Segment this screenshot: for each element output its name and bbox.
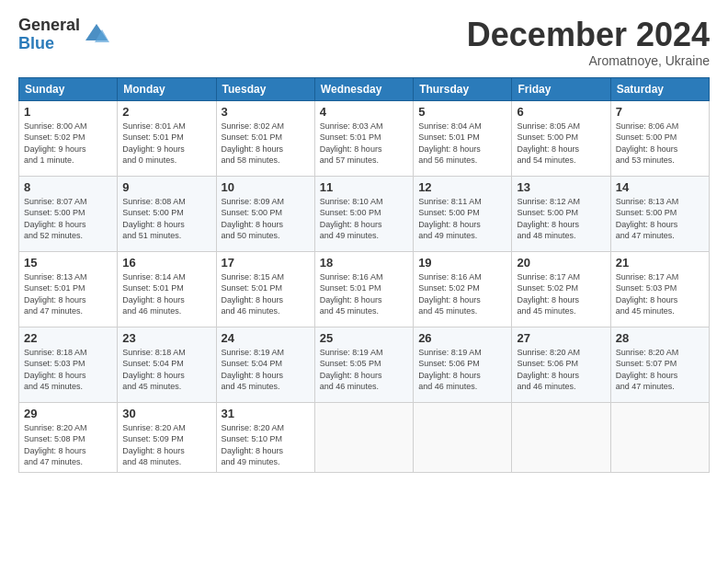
day-number: 23 (122, 331, 210, 345)
table-row: 12Sunrise: 8:11 AM Sunset: 5:00 PM Dayli… (414, 176, 512, 251)
day-info: Sunrise: 8:02 AM Sunset: 5:01 PM Dayligh… (222, 121, 310, 167)
day-number: 4 (320, 105, 408, 119)
day-number: 20 (517, 256, 605, 270)
day-info: Sunrise: 8:16 AM Sunset: 5:02 PM Dayligh… (418, 271, 506, 317)
day-info: Sunrise: 8:10 AM Sunset: 5:00 PM Dayligh… (320, 196, 408, 242)
day-info: Sunrise: 8:20 AM Sunset: 5:09 PM Dayligh… (122, 422, 210, 468)
calendar-header-row: Sunday Monday Tuesday Wednesday Thursday… (19, 77, 710, 100)
table-row (414, 402, 512, 472)
table-row: 29Sunrise: 8:20 AM Sunset: 5:08 PM Dayli… (19, 402, 118, 472)
day-info: Sunrise: 8:13 AM Sunset: 5:00 PM Dayligh… (616, 196, 704, 242)
day-info: Sunrise: 8:11 AM Sunset: 5:00 PM Dayligh… (418, 196, 506, 242)
col-saturday: Saturday (610, 77, 709, 100)
table-row: 9Sunrise: 8:08 AM Sunset: 5:00 PM Daylig… (118, 176, 216, 251)
day-info: Sunrise: 8:12 AM Sunset: 5:00 PM Dayligh… (517, 196, 605, 242)
logo: General Blue (18, 17, 109, 53)
table-row: 1Sunrise: 8:00 AM Sunset: 5:02 PM Daylig… (19, 100, 118, 176)
logo-icon (84, 22, 109, 48)
table-row: 20Sunrise: 8:17 AM Sunset: 5:02 PM Dayli… (512, 251, 610, 327)
table-row: 11Sunrise: 8:10 AM Sunset: 5:00 PM Dayli… (314, 176, 413, 251)
calendar-table: Sunday Monday Tuesday Wednesday Thursday… (18, 77, 710, 473)
day-number: 10 (222, 180, 310, 194)
day-info: Sunrise: 8:16 AM Sunset: 5:01 PM Dayligh… (320, 271, 408, 317)
day-number: 18 (320, 256, 408, 270)
day-info: Sunrise: 8:17 AM Sunset: 5:02 PM Dayligh… (517, 271, 605, 317)
table-row: 31Sunrise: 8:20 AM Sunset: 5:10 PM Dayli… (216, 402, 314, 472)
calendar-page: General Blue December 2024 Aromatnoye, U… (0, 0, 728, 482)
table-row: 14Sunrise: 8:13 AM Sunset: 5:00 PM Dayli… (610, 176, 709, 251)
table-row: 17Sunrise: 8:15 AM Sunset: 5:01 PM Dayli… (216, 251, 314, 327)
table-row (314, 402, 413, 472)
table-row: 3Sunrise: 8:02 AM Sunset: 5:01 PM Daylig… (216, 100, 314, 176)
day-number: 3 (222, 105, 310, 119)
table-row: 10Sunrise: 8:09 AM Sunset: 5:00 PM Dayli… (216, 176, 314, 251)
logo-blue-text: Blue (18, 35, 80, 53)
day-number: 7 (616, 105, 704, 119)
month-title: December 2024 (467, 17, 710, 53)
day-number: 14 (616, 180, 704, 194)
day-number: 17 (222, 256, 310, 270)
day-number: 5 (418, 105, 506, 119)
table-row: 27Sunrise: 8:20 AM Sunset: 5:06 PM Dayli… (512, 327, 610, 402)
day-number: 11 (320, 180, 408, 194)
table-row (512, 402, 610, 472)
day-number: 25 (320, 331, 408, 345)
day-number: 27 (517, 331, 605, 345)
table-row: 5Sunrise: 8:04 AM Sunset: 5:01 PM Daylig… (414, 100, 512, 176)
day-info: Sunrise: 8:20 AM Sunset: 5:10 PM Dayligh… (222, 422, 310, 468)
table-row: 28Sunrise: 8:20 AM Sunset: 5:07 PM Dayli… (610, 327, 709, 402)
table-row: 23Sunrise: 8:18 AM Sunset: 5:04 PM Dayli… (118, 327, 216, 402)
day-number: 6 (517, 105, 605, 119)
day-info: Sunrise: 8:19 AM Sunset: 5:06 PM Dayligh… (418, 347, 506, 393)
day-info: Sunrise: 8:03 AM Sunset: 5:01 PM Dayligh… (320, 121, 408, 167)
day-number: 12 (418, 180, 506, 194)
day-number: 31 (222, 407, 310, 420)
table-row: 30Sunrise: 8:20 AM Sunset: 5:09 PM Dayli… (118, 402, 216, 472)
table-row: 4Sunrise: 8:03 AM Sunset: 5:01 PM Daylig… (314, 100, 413, 176)
day-info: Sunrise: 8:20 AM Sunset: 5:06 PM Dayligh… (517, 347, 605, 393)
table-row: 15Sunrise: 8:13 AM Sunset: 5:01 PM Dayli… (19, 251, 118, 327)
day-info: Sunrise: 8:05 AM Sunset: 5:00 PM Dayligh… (517, 121, 605, 167)
col-wednesday: Wednesday (314, 77, 413, 100)
day-number: 15 (24, 256, 112, 270)
day-info: Sunrise: 8:14 AM Sunset: 5:01 PM Dayligh… (122, 271, 210, 317)
table-row: 19Sunrise: 8:16 AM Sunset: 5:02 PM Dayli… (414, 251, 512, 327)
logo-general-text: General (18, 17, 80, 35)
day-number: 24 (222, 331, 310, 345)
day-number: 13 (517, 180, 605, 194)
table-row: 2Sunrise: 8:01 AM Sunset: 5:01 PM Daylig… (118, 100, 216, 176)
table-row: 24Sunrise: 8:19 AM Sunset: 5:04 PM Dayli… (216, 327, 314, 402)
table-row: 21Sunrise: 8:17 AM Sunset: 5:03 PM Dayli… (610, 251, 709, 327)
title-block: December 2024 Aromatnoye, Ukraine (467, 17, 710, 68)
table-row: 18Sunrise: 8:16 AM Sunset: 5:01 PM Dayli… (314, 251, 413, 327)
day-info: Sunrise: 8:01 AM Sunset: 5:01 PM Dayligh… (122, 121, 210, 167)
day-number: 8 (24, 180, 112, 194)
day-info: Sunrise: 8:08 AM Sunset: 5:00 PM Dayligh… (122, 196, 210, 242)
day-info: Sunrise: 8:09 AM Sunset: 5:00 PM Dayligh… (222, 196, 310, 242)
day-info: Sunrise: 8:19 AM Sunset: 5:05 PM Dayligh… (320, 347, 408, 393)
day-info: Sunrise: 8:06 AM Sunset: 5:00 PM Dayligh… (616, 121, 704, 167)
day-info: Sunrise: 8:18 AM Sunset: 5:03 PM Dayligh… (24, 347, 112, 393)
col-sunday: Sunday (19, 77, 118, 100)
table-row: 8Sunrise: 8:07 AM Sunset: 5:00 PM Daylig… (19, 176, 118, 251)
day-number: 28 (616, 331, 704, 345)
location-subtitle: Aromatnoye, Ukraine (467, 53, 710, 68)
table-row: 7Sunrise: 8:06 AM Sunset: 5:00 PM Daylig… (610, 100, 709, 176)
table-row: 13Sunrise: 8:12 AM Sunset: 5:00 PM Dayli… (512, 176, 610, 251)
day-number: 29 (24, 407, 112, 420)
col-tuesday: Tuesday (216, 77, 314, 100)
day-number: 19 (418, 256, 506, 270)
day-number: 30 (122, 407, 210, 420)
table-row: 22Sunrise: 8:18 AM Sunset: 5:03 PM Dayli… (19, 327, 118, 402)
table-row: 26Sunrise: 8:19 AM Sunset: 5:06 PM Dayli… (414, 327, 512, 402)
day-number: 21 (616, 256, 704, 270)
logo-text: General Blue (18, 17, 80, 53)
day-info: Sunrise: 8:00 AM Sunset: 5:02 PM Dayligh… (24, 121, 112, 167)
day-info: Sunrise: 8:20 AM Sunset: 5:07 PM Dayligh… (616, 347, 704, 393)
col-friday: Friday (512, 77, 610, 100)
day-number: 26 (418, 331, 506, 345)
day-info: Sunrise: 8:07 AM Sunset: 5:00 PM Dayligh… (24, 196, 112, 242)
day-number: 1 (24, 105, 112, 119)
day-number: 22 (24, 331, 112, 345)
day-info: Sunrise: 8:04 AM Sunset: 5:01 PM Dayligh… (418, 121, 506, 167)
